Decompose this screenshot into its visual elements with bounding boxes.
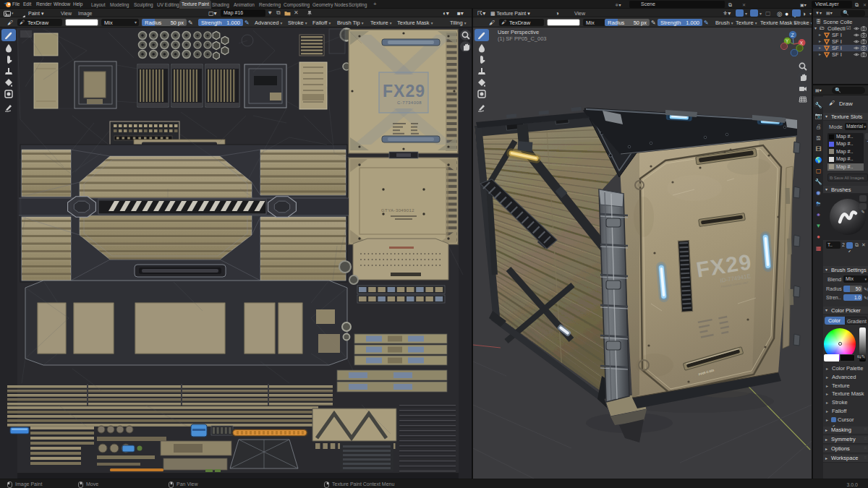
svg-text:GTYA-3049012: GTYA-3049012: [381, 208, 414, 213]
svg-text:User Perspective: User Perspective: [498, 29, 539, 35]
svg-text:Z: Z: [791, 33, 794, 38]
svg-text:C-7734008: C-7734008: [397, 100, 422, 105]
svg-text:(1) SF PP05_C_003: (1) SF PP05_C_003: [498, 35, 547, 42]
svg-text:FX29: FX29: [383, 82, 425, 100]
svg-text:Y: Y: [786, 38, 789, 43]
